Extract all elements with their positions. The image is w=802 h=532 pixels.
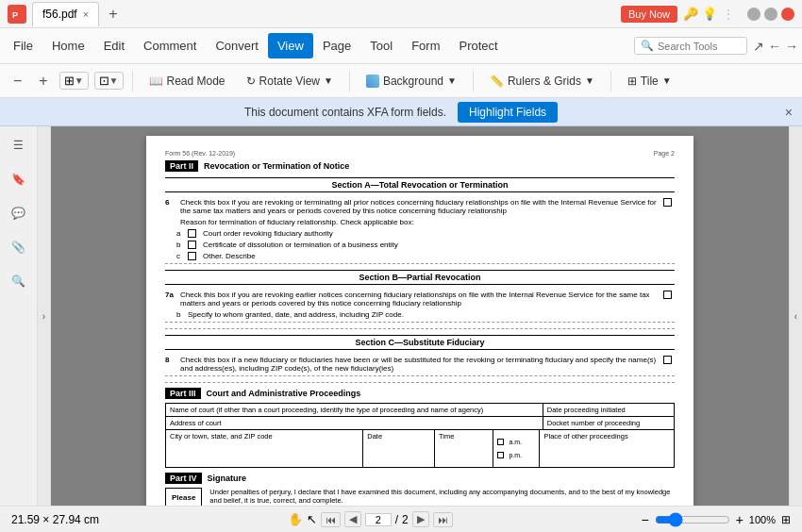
tile-arrow: ▼ bbox=[662, 75, 672, 86]
status-bar: 21.59 × 27.94 cm ✋ ↖ ⏮ ◀ / 2 ▶ ⏭ − + 100… bbox=[0, 506, 802, 532]
active-tab[interactable]: f56.pdf × bbox=[32, 2, 99, 26]
search-input[interactable] bbox=[658, 41, 733, 52]
buy-now-button[interactable]: Buy Now bbox=[621, 6, 677, 23]
new-tab-btn[interactable]: + bbox=[105, 6, 121, 23]
form-number: Form 56 (Rev. 12-2019) bbox=[165, 150, 235, 157]
checkbox-b[interactable] bbox=[188, 241, 196, 249]
city-cell: City or town, state, and ZIP code bbox=[166, 430, 363, 467]
sidebar-pages-icon[interactable]: ☰ bbox=[8, 134, 30, 157]
reason-label: Reason for termination of fiduciary rela… bbox=[180, 218, 675, 226]
section-b-title: Section B—Partial Revocation bbox=[165, 270, 675, 285]
sidebar-bookmarks-icon[interactable]: 🔖 bbox=[8, 168, 30, 191]
time-cell: Time bbox=[435, 430, 493, 467]
search-icon: 🔍 bbox=[641, 40, 654, 52]
snap-selector[interactable]: ⊡ ▼ bbox=[94, 72, 124, 90]
highlight-fields-button[interactable]: Highlight Fields bbox=[458, 102, 558, 123]
court-table: Name of court (if other than a court pro… bbox=[165, 403, 675, 468]
external-link-icon: ↗ bbox=[753, 39, 764, 54]
part-ii-heading: Part II Revocation or Termination of Not… bbox=[165, 160, 675, 172]
close-button[interactable] bbox=[781, 8, 794, 21]
nav-last-button[interactable]: ⏭ bbox=[433, 512, 453, 527]
row-7b-letter: b bbox=[176, 310, 184, 319]
signature-right: Under penalties of perjury, I declare th… bbox=[209, 488, 675, 506]
page-separator: / bbox=[395, 513, 398, 526]
background-label: Background bbox=[383, 75, 443, 88]
menu-comment[interactable]: Comment bbox=[134, 33, 206, 58]
xfa-close-button[interactable]: × bbox=[785, 105, 793, 120]
tile-button[interactable]: ⊞ Tile ▼ bbox=[620, 71, 679, 91]
read-mode-button[interactable]: 📖 Read Mode bbox=[142, 71, 233, 91]
address-cell: Address of court bbox=[166, 417, 543, 429]
part-ii-label: Part II bbox=[165, 160, 198, 172]
sidebar-search-icon[interactable]: 🔍 bbox=[8, 270, 30, 292]
main-area: ☰ 🔖 💬 📎 🔍 › Form 56 (Rev. 12-2019) Page … bbox=[0, 126, 802, 506]
row-6-text: Check this box if you are revoking or te… bbox=[180, 198, 660, 215]
minimize-button[interactable] bbox=[747, 8, 760, 21]
signature-area: Please Sign Here Under penalties of perj… bbox=[165, 488, 675, 506]
row-b-letter: b bbox=[176, 241, 184, 249]
menu-tool[interactable]: Tool bbox=[360, 33, 402, 58]
right-collapse-arrow[interactable]: ‹ bbox=[789, 126, 802, 506]
form-header: Form 56 (Rev. 12-2019) Page 2 bbox=[165, 150, 675, 157]
zoom-out-btn[interactable]: − bbox=[641, 512, 648, 527]
svg-text:P: P bbox=[12, 10, 18, 20]
row-8-checkbox[interactable] bbox=[663, 356, 672, 364]
view-mode-selector[interactable]: ⊞ ▼ bbox=[59, 72, 89, 90]
pdf-area[interactable]: Form 56 (Rev. 12-2019) Page 2 Part II Re… bbox=[51, 126, 789, 506]
zoom-slider[interactable] bbox=[655, 512, 730, 527]
rotate-arrow: ▼ bbox=[324, 75, 333, 86]
sidebar-attachments-icon[interactable]: 📎 bbox=[8, 236, 30, 258]
checkbox-c[interactable] bbox=[188, 252, 196, 260]
xfa-message: This document contains XFA form fields. bbox=[244, 106, 446, 119]
menu-view[interactable]: View bbox=[268, 33, 313, 58]
left-collapse-arrow[interactable]: › bbox=[38, 126, 51, 506]
maximize-button[interactable] bbox=[764, 8, 777, 21]
search-box[interactable]: 🔍 bbox=[634, 37, 747, 55]
zoom-in-btn[interactable]: + bbox=[736, 512, 744, 527]
background-arrow: ▼ bbox=[447, 75, 457, 86]
checkbox-a[interactable] bbox=[188, 229, 196, 238]
tile-icon: ⊞ bbox=[627, 75, 637, 88]
row-b-text: Certificate of dissolution or terminatio… bbox=[203, 241, 398, 249]
rotate-label: Rotate View bbox=[259, 75, 320, 88]
part-iv-heading: Part IV Signature bbox=[165, 473, 675, 484]
sidebar-comments-icon[interactable]: 💬 bbox=[8, 202, 30, 224]
menu-edit[interactable]: Edit bbox=[94, 33, 134, 58]
menu-bar: File Home Edit Comment Convert View Page… bbox=[0, 28, 802, 64]
zoom-level: 100% bbox=[749, 514, 776, 525]
zoom-plus-icon[interactable]: + bbox=[33, 71, 53, 91]
menu-form[interactable]: Form bbox=[402, 33, 449, 58]
menu-file[interactable]: File bbox=[4, 33, 42, 58]
place-cell: Place of other proceedings bbox=[540, 430, 674, 467]
background-button[interactable]: Background ▼ bbox=[359, 71, 464, 91]
nav-forward-icon: → bbox=[785, 39, 798, 54]
tab-close-btn[interactable]: × bbox=[83, 8, 89, 20]
current-page-input[interactable] bbox=[365, 513, 392, 526]
title-bar-right: Buy Now 🔑 💡 ⋮ bbox=[621, 6, 794, 23]
separator-dot: ⋮ bbox=[723, 8, 734, 21]
snap-icon: ⊡ bbox=[99, 74, 109, 88]
nav-prev-button[interactable]: ◀ bbox=[344, 511, 361, 527]
nav-first-button[interactable]: ⏮ bbox=[321, 512, 341, 527]
row-c: c Other. Describe bbox=[176, 252, 675, 260]
nav-next-button[interactable]: ▶ bbox=[412, 511, 429, 527]
menu-home[interactable]: Home bbox=[42, 33, 94, 58]
zoom-minus-icon[interactable]: − bbox=[8, 71, 27, 91]
menu-protect[interactable]: Protect bbox=[449, 33, 507, 58]
row-a: a Court order revoking fiduciary authori… bbox=[176, 229, 675, 238]
hand-tool-icon[interactable]: ✋ bbox=[288, 512, 303, 526]
rotate-view-button[interactable]: ↻ Rotate View ▼ bbox=[239, 71, 341, 91]
court-table-row-1: Name of court (if other than a court pro… bbox=[166, 404, 674, 417]
view-mode-icon: ⊞ bbox=[64, 74, 75, 88]
select-tool-icon[interactable]: ↖ bbox=[307, 512, 317, 526]
fit-page-btn[interactable]: ⊞ bbox=[781, 513, 791, 526]
menu-convert[interactable]: Convert bbox=[206, 33, 268, 58]
row-6-checkbox[interactable] bbox=[663, 198, 672, 207]
rulers-grids-button[interactable]: 📏 Rulers & Grids ▼ bbox=[482, 71, 602, 91]
dotted-line-1 bbox=[165, 263, 675, 264]
read-mode-label: Read Mode bbox=[167, 75, 226, 88]
snap-arrow: ▼ bbox=[109, 75, 119, 86]
row-7a-checkbox[interactable] bbox=[663, 291, 672, 299]
sign-sign: Sign bbox=[175, 503, 192, 506]
menu-page[interactable]: Page bbox=[313, 33, 360, 58]
